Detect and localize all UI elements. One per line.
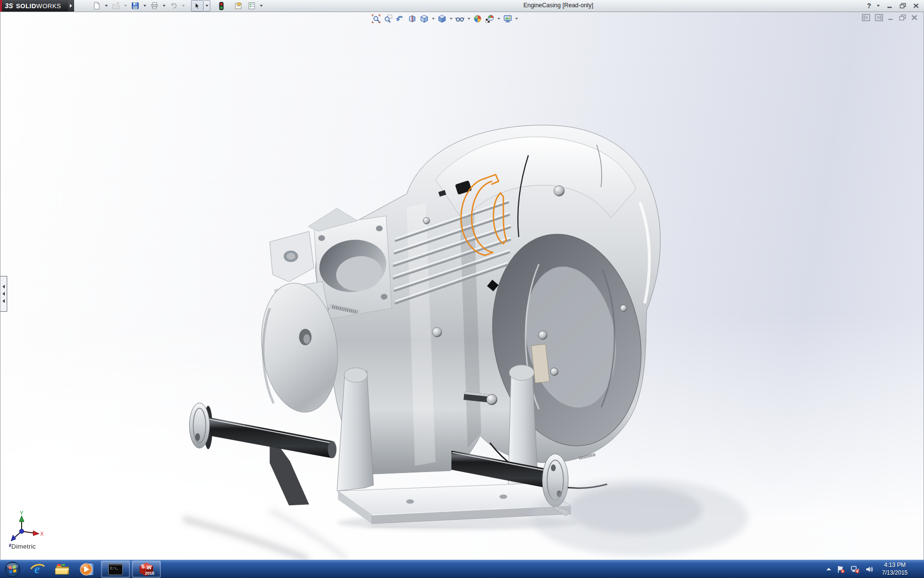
taskbar-item-command-prompt[interactable]: C:\_ bbox=[101, 561, 130, 578]
options-dropdown[interactable] bbox=[258, 0, 264, 11]
view-settings-button[interactable] bbox=[502, 13, 513, 24]
select-dropdown[interactable] bbox=[204, 0, 210, 12]
taskbar-item-solidworks[interactable]: S W 2015 bbox=[132, 561, 161, 578]
display-style-button[interactable] bbox=[437, 13, 448, 24]
view-settings-icon bbox=[503, 14, 512, 23]
close-icon bbox=[913, 3, 919, 9]
network-disconnected-icon[interactable] bbox=[850, 565, 860, 574]
engine-casing-model[interactable] bbox=[0, 12, 924, 560]
graphics-area[interactable]: Y X Z *Dimetric bbox=[0, 12, 924, 560]
edit-appearance-button[interactable] bbox=[473, 13, 483, 24]
close-button[interactable] bbox=[911, 1, 920, 10]
restore-icon bbox=[899, 3, 906, 9]
featuremanager-collapsed-tab[interactable] bbox=[0, 276, 7, 312]
svg-text:W: W bbox=[147, 565, 152, 570]
windows-taskbar: e C:\_ bbox=[0, 560, 924, 578]
file-properties-button[interactable] bbox=[232, 0, 245, 12]
taskbar-empty-area bbox=[162, 560, 826, 578]
section-view-button[interactable] bbox=[407, 13, 418, 24]
collapse-arrow-icon bbox=[2, 285, 5, 289]
traffic-light-button[interactable] bbox=[215, 0, 228, 12]
doc-restore-icon[interactable] bbox=[899, 14, 906, 21]
save-floppy-icon bbox=[131, 2, 139, 10]
left-mount-shaft bbox=[190, 403, 337, 459]
restore-button[interactable] bbox=[898, 1, 907, 10]
print-dropdown[interactable] bbox=[161, 0, 167, 11]
options-icon bbox=[248, 2, 256, 10]
file-properties-icon bbox=[234, 2, 243, 10]
solidworks-window: 3S SOLIDWORKS bbox=[0, 0, 924, 578]
main-toolbar bbox=[90, 0, 264, 12]
document-window-controls bbox=[862, 14, 918, 21]
windows-explorer-icon bbox=[55, 563, 70, 576]
headsup-view-toolbar bbox=[371, 13, 519, 24]
help-button[interactable]: ? bbox=[867, 2, 871, 10]
doc-close-icon[interactable] bbox=[911, 14, 918, 21]
zoom-to-fit-icon bbox=[372, 14, 381, 23]
save-dropdown[interactable] bbox=[142, 0, 148, 11]
traffic-light-icon bbox=[219, 2, 224, 10]
open-folder-icon bbox=[112, 2, 120, 10]
internet-explorer-icon: e bbox=[30, 562, 45, 577]
view-orientation-dropdown[interactable] bbox=[431, 18, 436, 20]
undo-dropdown[interactable] bbox=[180, 0, 186, 11]
select-button[interactable] bbox=[191, 0, 204, 12]
taskbar-item-internet-explorer[interactable]: e bbox=[25, 560, 50, 578]
brand-name: SOLIDWORKS bbox=[16, 2, 61, 10]
print-icon bbox=[151, 2, 158, 10]
zoom-to-area-button[interactable] bbox=[383, 13, 394, 24]
view-settings-dropdown[interactable] bbox=[514, 18, 519, 20]
hide-show-items-icon bbox=[455, 14, 465, 23]
zoom-to-fit-button[interactable] bbox=[371, 13, 382, 24]
apply-scene-button[interactable] bbox=[485, 13, 495, 24]
apply-scene-icon bbox=[486, 14, 494, 23]
triad-y-label: Y bbox=[20, 510, 24, 516]
open-button[interactable] bbox=[110, 0, 122, 12]
view-orientation-button[interactable] bbox=[419, 13, 430, 24]
svg-text:2015: 2015 bbox=[145, 571, 154, 576]
zoom-to-area-icon bbox=[384, 14, 393, 23]
model-group bbox=[190, 125, 661, 524]
minimize-icon bbox=[887, 3, 893, 9]
brand-mark: 3S bbox=[5, 2, 13, 10]
display-style-dropdown[interactable] bbox=[449, 18, 453, 20]
new-dropdown[interactable] bbox=[103, 0, 109, 11]
clock-date: 7/13/2015 bbox=[882, 569, 908, 577]
solidworks-logo: 3S SOLIDWORKS bbox=[0, 0, 68, 12]
select-cursor-icon bbox=[193, 2, 201, 10]
new-button[interactable] bbox=[90, 0, 103, 12]
doc-minimize-icon[interactable] bbox=[888, 14, 894, 21]
open-dropdown[interactable] bbox=[123, 0, 128, 11]
new-document-icon bbox=[93, 2, 101, 10]
save-button[interactable] bbox=[129, 0, 141, 12]
system-tray: 4:13 PM 7/13/2015 bbox=[826, 560, 924, 578]
clock-time: 4:13 PM bbox=[882, 562, 908, 569]
pane-right-toggle-icon[interactable] bbox=[875, 14, 883, 21]
show-hidden-icons-button[interactable] bbox=[826, 568, 831, 570]
apply-scene-dropdown[interactable] bbox=[497, 18, 501, 20]
view-orientation-label: *Dimetric bbox=[9, 543, 36, 550]
hide-show-items-dropdown[interactable] bbox=[467, 18, 471, 20]
volume-icon[interactable] bbox=[865, 565, 874, 574]
taskbar-clock[interactable]: 4:13 PM 7/13/2015 bbox=[879, 562, 911, 577]
edit-appearance-icon bbox=[474, 14, 482, 23]
start-button[interactable] bbox=[0, 560, 25, 578]
undo-button[interactable] bbox=[167, 0, 180, 12]
toolbar-expand-arrow[interactable] bbox=[68, 0, 74, 12]
print-button[interactable] bbox=[148, 0, 161, 12]
section-view-icon bbox=[408, 14, 417, 23]
hide-show-items-button[interactable] bbox=[455, 13, 465, 24]
minimize-button[interactable] bbox=[886, 1, 894, 10]
view-orientation-icon bbox=[420, 14, 429, 23]
help-dropdown[interactable] bbox=[875, 0, 881, 11]
previous-view-button[interactable] bbox=[395, 13, 406, 24]
svg-text:S: S bbox=[141, 564, 144, 569]
media-player-icon bbox=[80, 562, 95, 577]
taskbar-item-media-player[interactable] bbox=[75, 560, 100, 578]
titlebar-controls: ? bbox=[867, 0, 920, 12]
pane-left-toggle-icon[interactable] bbox=[862, 14, 870, 21]
action-center-flag-icon[interactable] bbox=[836, 565, 845, 574]
options-button[interactable] bbox=[245, 0, 258, 12]
taskbar-item-windows-explorer[interactable] bbox=[50, 560, 75, 578]
previous-view-icon bbox=[396, 14, 405, 23]
